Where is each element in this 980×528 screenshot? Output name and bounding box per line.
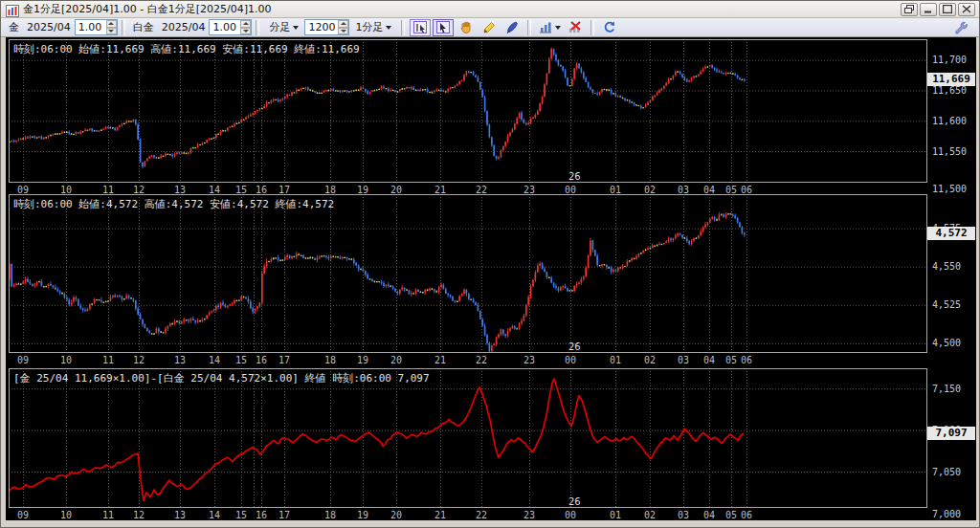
bar-chart-icon [538,20,553,34]
close-button[interactable] [958,3,975,16]
hand-icon [458,20,474,34]
time-tick-label: 16 [256,510,267,520]
bar-period-dropdown[interactable]: 1分足 [352,19,394,35]
toolbar-separator [401,20,405,35]
time-tick-label: 19 [357,510,368,520]
delete-indicator-button[interactable] [565,19,586,36]
date-label: 26 [568,341,581,352]
float-window-button[interactable] [901,3,918,16]
time-tick-label: 04 [703,355,715,365]
bar-count-spinbox: 1200 [304,19,349,35]
time-tick-label: 21 [434,185,446,195]
platinum-multiplier-value[interactable]: 1.00 [210,20,240,34]
gold-symbol-label: 金 [9,20,19,34]
select-arrow-icon [435,20,451,34]
time-tick-label: 15 [235,185,247,195]
platinum-multiplier-up[interactable] [240,20,251,28]
settings-wrench-button[interactable] [949,19,970,36]
time-tick-label: 12 [133,510,145,520]
time-tick-label: 05 [725,510,737,520]
time-tick-label: 14 [209,355,220,365]
time-tick-label: 11 [102,355,114,365]
select-arrow-button[interactable] [433,19,454,36]
maximize-button[interactable] [939,3,956,16]
kline-cursor-icon [412,20,428,34]
time-tick-label: 19 [357,185,368,195]
gold-multiplier-down[interactable] [106,28,117,35]
gold-ohlc-readout: 時刻:06:00 始値:11,669 高値:11,669 安値:11,669 終… [13,42,360,56]
time-tick-label: 11 [102,185,114,195]
bar-type-label: 分足 [269,20,290,34]
time-tick-label: 06 [741,355,752,365]
price-tick-label: 11,700 [932,55,967,65]
time-tick-label: 10 [60,355,72,365]
time-tick-label: 19 [357,355,368,365]
time-tick-label: 23 [523,185,535,195]
time-tick-label: 22 [476,355,487,365]
time-tick-label: 00 [565,355,576,365]
time-tick-label: 02 [644,355,656,365]
chevron-down-icon [293,26,299,30]
gold-candlestick-chart[interactable]: 26 [9,39,927,183]
kline-cursor-button[interactable] [410,19,431,36]
last-price-badge: 7,097 [927,427,975,440]
price-tick-label: 7,000 [932,509,961,519]
platinum-ohlc-readout: 時刻:06:00 始値:4,572 高値:4,572 安値:4,572 終値:4… [13,197,334,211]
bar-period-label: 1分足 [355,20,383,34]
gold-multiplier-value[interactable]: 1.00 [76,20,106,34]
indicator-chart-button[interactable] [536,19,563,36]
platinum-symbol-label: 白金 [133,20,154,34]
minimize-button[interactable] [920,3,937,16]
titlebar: 金1分足[2025/04]1.00 - 白金1分足[2025/04]1.00 [1,1,979,18]
refresh-button[interactable] [599,19,620,36]
bar-count-down[interactable] [338,28,348,35]
time-tick-label: 22 [476,185,487,195]
bar-type-dropdown[interactable]: 分足 [266,19,301,35]
toolbar-separator [256,20,259,35]
price-tick-label: 11,550 [932,146,967,157]
platinum-multiplier-down[interactable] [240,28,251,35]
time-tick-label: 00 [565,185,576,195]
time-tick-label: 18 [324,185,336,195]
time-tick-label: 01 [610,510,621,520]
pen-annotate-button[interactable] [501,19,523,36]
time-tick-label: 15 [235,510,247,520]
toolbar: 金 2025/04 1.00 白金 2025/04 1.00 分足 1200 [1,18,979,37]
time-tick-label: 13 [174,510,186,520]
spread-line-chart[interactable]: 26 [9,368,927,508]
time-tick-label: 13 [174,185,186,195]
bar-count-up[interactable] [338,20,348,28]
platinum-candlestick-chart[interactable]: 26 [9,194,927,353]
time-tick-label: 14 [209,510,220,520]
refresh-icon [602,20,617,34]
time-tick-label: 01 [610,355,621,365]
time-tick-label: 23 [523,355,535,365]
price-tick-label: 7,150 [932,384,961,394]
price-tick-label: 4,550 [932,261,961,272]
wrench-icon [953,20,968,34]
delete-x-icon [568,20,583,34]
gold-multiplier-up[interactable] [106,20,117,28]
gold-contract-month: 2025/04 [27,21,71,33]
time-tick-label: 17 [278,355,290,365]
window-controls [901,3,979,16]
time-tick-label: 09 [17,185,29,195]
pen-icon [504,20,520,34]
time-tick-label: 05 [725,185,737,195]
time-tick-label: 22 [476,510,487,520]
date-label: 26 [568,496,581,507]
platinum-multiplier-spinbox: 1.00 [209,19,252,35]
bar-count-value[interactable]: 1200 [305,20,338,34]
time-tick-label: 09 [17,355,29,365]
price-tick-label: 11,500 [932,184,967,194]
time-tick-label: 20 [390,510,402,520]
price-tick-label: 4,500 [932,338,961,348]
time-tick-label: 02 [644,510,656,520]
time-tick-label: 20 [390,355,402,365]
time-tick-label: 02 [644,185,656,195]
hand-pan-button[interactable] [456,19,477,36]
time-tick-label: 00 [565,510,576,520]
time-tick-label: 10 [60,510,72,520]
time-tick-label: 14 [209,185,220,195]
pencil-draw-button[interactable] [479,19,500,36]
